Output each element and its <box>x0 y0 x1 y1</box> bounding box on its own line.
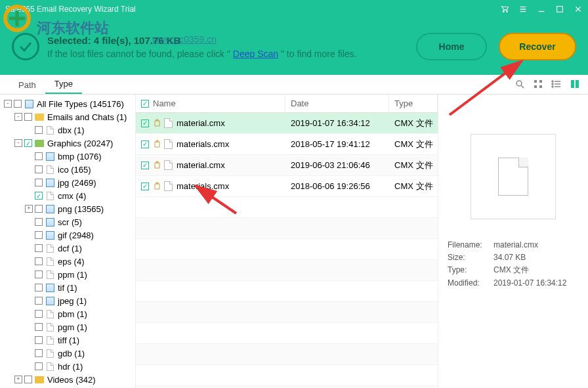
home-button[interactable]: Home <box>416 33 487 60</box>
filename-value: material.cmx <box>494 239 538 251</box>
tree-checkbox[interactable] <box>35 152 43 160</box>
col-name[interactable]: Name <box>136 95 285 112</box>
tree-item[interactable]: gdb (1) <box>4 347 135 360</box>
col-type[interactable]: Type <box>389 95 438 112</box>
tree-checkbox[interactable] <box>35 284 43 291</box>
file-rows: material.cmx2019-01-07 16:34:12CMX 文件mat… <box>136 113 438 388</box>
tree-item[interactable]: -Graphics (20247) <box>4 137 135 150</box>
detail-view-icon[interactable] <box>570 79 580 89</box>
tree-toggle[interactable]: - <box>4 100 12 108</box>
selected-summary: Selected: 4 file(s), 107.76 KB <box>47 35 416 46</box>
file-type: CMX 文件 <box>389 139 438 150</box>
tree-item[interactable]: tif (1) <box>4 281 135 294</box>
file-date: 2018-06-06 19:26:56 <box>285 181 389 191</box>
tree-checkbox[interactable] <box>24 139 32 147</box>
tree-item[interactable]: ico (165) <box>4 163 135 176</box>
tree-checkbox[interactable] <box>35 192 43 200</box>
menu-icon[interactable] <box>518 5 528 14</box>
tree-checkbox[interactable] <box>14 100 22 108</box>
close-icon[interactable] <box>574 5 583 14</box>
tree-item[interactable]: scr (5) <box>4 215 135 228</box>
col-date[interactable]: Date <box>285 95 389 112</box>
trash-icon <box>153 119 161 127</box>
tree-item[interactable]: dbx (1) <box>4 123 135 137</box>
tree-checkbox[interactable] <box>35 218 43 226</box>
file-row[interactable]: material.cmx2019-01-07 16:34:12CMX 文件 <box>136 113 438 134</box>
tree-checkbox[interactable] <box>35 270 43 278</box>
file-checkbox[interactable] <box>141 183 149 190</box>
tree-checkbox[interactable] <box>35 323 43 331</box>
file-type: CMX 文件 <box>389 181 438 192</box>
file-checkbox[interactable] <box>141 162 149 169</box>
tab-type[interactable]: Type <box>45 75 82 94</box>
tree-item[interactable]: eps (4) <box>4 255 135 268</box>
tree-checkbox[interactable] <box>35 362 43 370</box>
page-icon <box>45 349 55 358</box>
tree-toggle[interactable]: - <box>14 113 22 121</box>
tree-checkbox[interactable] <box>35 349 43 357</box>
grid-view-icon[interactable] <box>533 79 543 89</box>
file-row[interactable]: materials.cmx2018-05-17 19:41:12CMX 文件 <box>136 134 438 155</box>
tree-item[interactable]: jpg (2469) <box>4 176 135 189</box>
modified-value: 2019-01-07 16:34:12 <box>494 277 566 290</box>
tree-checkbox[interactable] <box>35 257 43 265</box>
tree-item[interactable]: +Videos (342) <box>4 373 135 386</box>
list-view-icon[interactable] <box>551 79 562 89</box>
tree-checkbox[interactable] <box>35 126 43 134</box>
tree-item[interactable]: ppm (1) <box>4 268 135 281</box>
tree-item[interactable]: dcf (1) <box>4 242 135 255</box>
tree-checkbox[interactable] <box>35 165 43 173</box>
tree-checkbox[interactable] <box>24 113 32 121</box>
file-type: CMX 文件 <box>389 118 438 129</box>
tree-checkbox[interactable] <box>35 297 43 305</box>
tree-checkbox[interactable] <box>35 179 43 186</box>
tree-item[interactable]: tiff (1) <box>4 334 135 347</box>
recover-button[interactable]: Recover <box>499 33 576 60</box>
file-list-header: Name Date Type <box>136 95 438 113</box>
tree-item[interactable]: gif (2948) <box>4 228 135 242</box>
page-icon <box>45 191 55 200</box>
file-checkbox[interactable] <box>141 119 149 127</box>
file-name: materials.cmx <box>177 139 229 149</box>
tree-toggle[interactable]: + <box>25 205 33 213</box>
file-checkbox[interactable] <box>141 140 149 148</box>
tabs-bar: Path Type <box>0 75 588 95</box>
file-row[interactable]: materials.cmx2018-06-06 19:26:56CMX 文件 <box>136 176 438 197</box>
tree-item[interactable]: -All File Types (145176) <box>4 97 135 110</box>
select-all-checkbox[interactable] <box>141 100 149 108</box>
svg-rect-22 <box>576 80 579 88</box>
svg-rect-11 <box>534 80 537 83</box>
preview-thumbnail <box>471 134 556 219</box>
search-icon[interactable] <box>514 79 525 89</box>
tree-item[interactable]: pbm (1) <box>4 307 135 320</box>
tree-toggle[interactable]: - <box>14 139 22 147</box>
svg-rect-12 <box>539 80 542 83</box>
tree-item[interactable]: jpeg (1) <box>4 294 135 307</box>
svg-rect-14 <box>539 85 542 88</box>
tab-path[interactable]: Path <box>9 76 45 94</box>
tree-checkbox[interactable] <box>24 376 32 383</box>
tree-checkbox[interactable] <box>35 336 43 344</box>
tree-item[interactable]: cmx (4) <box>4 189 135 202</box>
tree-label: dcf (1) <box>58 244 82 253</box>
folder-icon <box>34 112 45 121</box>
maximize-icon[interactable] <box>555 5 564 14</box>
view-mode-icons <box>514 79 580 89</box>
deep-scan-link[interactable]: Deep Scan <box>233 49 278 59</box>
tree-item[interactable]: +png (13565) <box>4 202 135 215</box>
type-tree[interactable]: -All File Types (145176)-Emails and Chat… <box>0 95 136 388</box>
tree-item[interactable]: -Emails and Chats (1) <box>4 110 135 123</box>
tree-checkbox[interactable] <box>35 231 43 239</box>
tree-checkbox[interactable] <box>35 205 43 213</box>
tree-toggle[interactable]: + <box>14 376 22 383</box>
minimize-icon[interactable] <box>537 5 546 14</box>
tree-checkbox[interactable] <box>35 244 43 252</box>
type-icon <box>45 283 55 292</box>
tree-item[interactable]: hdr (1) <box>4 360 135 373</box>
cart-icon[interactable] <box>500 5 509 14</box>
tree-checkbox[interactable] <box>35 310 43 318</box>
file-name: materials.cmx <box>177 181 229 191</box>
tree-item[interactable]: bmp (1076) <box>4 150 135 163</box>
file-row[interactable]: material.cmx2019-06-03 21:06:46CMX 文件 <box>136 155 438 176</box>
tree-item[interactable]: pgm (1) <box>4 320 135 334</box>
